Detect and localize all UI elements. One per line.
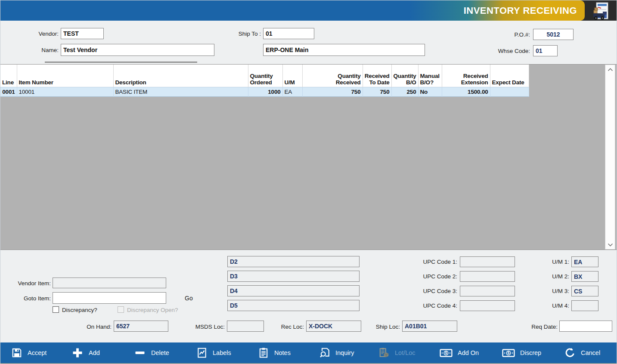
ship-loc-label: Ship Loc: <box>354 324 400 330</box>
toolbar-button-label: Discrep <box>520 349 541 356</box>
upc-code-1-label: UPC Code 1: <box>403 259 457 265</box>
cell-manual_bo[interactable]: No <box>418 87 442 96</box>
po-number-field[interactable]: 5012 <box>533 29 574 40</box>
description-field-d3: D3 <box>227 271 360 282</box>
vendor-item-field <box>53 278 166 288</box>
msds-loc-label: MSDS Loc: <box>179 324 225 330</box>
whse-code-field[interactable]: 01 <box>533 45 558 56</box>
column-header-expect_date[interactable]: Expect Date <box>490 65 529 87</box>
description-field-d5: D5 <box>227 300 360 311</box>
discrepancy-checkbox[interactable] <box>53 306 59 313</box>
cell-item_number[interactable]: 10001 <box>17 87 113 96</box>
column-header-item_number[interactable]: Item Number <box>17 65 113 87</box>
column-header-received_to_date[interactable]: Received To Date <box>363 65 391 87</box>
line-items-table: LineItem NumberDescriptionQuantity Order… <box>0 65 529 97</box>
goto-item-label: Goto Item: <box>5 295 51 302</box>
column-header-um[interactable]: U/M <box>282 65 302 87</box>
line-items-area: LineItem NumberDescriptionQuantity Order… <box>0 64 617 250</box>
discrep-button[interactable]: $Discrep <box>502 342 541 363</box>
toolbar-button-label: Add <box>89 349 100 356</box>
receiving-truck-icon <box>587 1 615 22</box>
labels-report-icon <box>196 347 208 358</box>
cell-um[interactable]: EA <box>282 87 302 96</box>
um-3-field-value: CS <box>574 288 582 295</box>
um-2-field: BX <box>571 271 598 282</box>
toolbar: AcceptAddDeleteLabelsNotesInquiryLot/Loc… <box>0 342 617 363</box>
go-button[interactable]: Go <box>185 295 193 302</box>
column-header-quantity_received[interactable]: Quantity Received <box>302 65 363 87</box>
chevron-down-icon <box>608 243 613 247</box>
ship-loc-field: A01B01 <box>402 321 457 332</box>
save-icon <box>11 347 22 358</box>
scroll-down-button[interactable] <box>605 240 615 249</box>
column-header-description[interactable]: Description <box>113 65 248 87</box>
ship-to-name-value: ERP-ONE Main <box>266 46 309 53</box>
toolbar-button-label: Accept <box>28 349 47 356</box>
description-field-d2: D2 <box>227 256 360 267</box>
vendor-field[interactable]: TEST <box>61 28 104 39</box>
ship-loc-value: A01B01 <box>405 323 427 330</box>
po-number-value: 5012 <box>546 31 560 38</box>
goto-item-field[interactable] <box>53 292 166 304</box>
page-title: INVENTORY RECEIVING <box>464 5 577 16</box>
on-hand-field: 6527 <box>114 321 168 332</box>
column-header-quantity_ordered[interactable]: Quantity Ordered <box>248 65 282 87</box>
discrepancy-label: Discrepancy? <box>62 307 97 313</box>
rec-loc-field: X-DOCK <box>306 321 361 332</box>
um-1-field-value: EA <box>574 259 582 265</box>
minus-icon <box>134 347 146 359</box>
upc-code-1-field <box>460 256 515 267</box>
column-header-received_extension[interactable]: Received Extension <box>442 65 490 87</box>
um-2-label: U/M 2: <box>533 273 569 280</box>
table-header-row: LineItem NumberDescriptionQuantity Order… <box>0 65 529 87</box>
ship-to-field[interactable]: 01 <box>263 28 314 39</box>
on-hand-value: 6527 <box>116 323 130 330</box>
add-button[interactable]: Add <box>71 342 100 363</box>
cell-expect_date[interactable] <box>490 87 529 96</box>
ship-to-value: 01 <box>266 30 273 37</box>
scroll-up-button[interactable] <box>605 65 615 74</box>
inquiry-button[interactable]: Inquiry <box>319 342 354 363</box>
column-header-quantity_bo[interactable]: Quantity B/O <box>391 65 418 87</box>
rec-loc-label: Rec Loc: <box>258 324 304 330</box>
table-row[interactable]: 000110001BASIC ITEM1000EA750750250No1500… <box>0 87 529 96</box>
vendor-name-field[interactable]: Test Vendor <box>61 44 214 56</box>
description-field-d4: D4 <box>227 285 360 296</box>
cell-quantity_ordered[interactable]: 1000 <box>248 87 282 96</box>
upc-code-2-label: UPC Code 2: <box>403 273 457 280</box>
ship-to-name-field[interactable]: ERP-ONE Main <box>263 44 425 56</box>
description-field-d2-value: D2 <box>230 258 238 265</box>
labels-button[interactable]: Labels <box>196 342 231 363</box>
toolbar-button-label: Add On <box>458 349 479 356</box>
req-date-label: Req Date: <box>511 324 558 330</box>
money-icon: $ <box>502 348 515 358</box>
header-divider <box>45 62 197 63</box>
notes-button[interactable]: Notes <box>258 342 291 363</box>
inventory-receiving-window: INVENTORY RECEIVING Vendor: TEST Ship To… <box>0 0 617 364</box>
toolbar-button-label: Notes <box>274 349 291 356</box>
accept-button[interactable]: Accept <box>11 342 47 363</box>
plus-icon <box>71 347 84 359</box>
name-label: Name: <box>13 47 59 53</box>
req-date-field[interactable] <box>559 321 612 332</box>
vertical-scrollbar[interactable] <box>605 65 615 250</box>
column-header-line[interactable]: Line <box>0 65 17 87</box>
cell-quantity_received[interactable]: 750 <box>302 87 363 96</box>
whse-code-value: 01 <box>536 47 543 54</box>
cell-received_to_date[interactable]: 750 <box>363 87 391 96</box>
delete-button[interactable]: Delete <box>134 342 169 363</box>
cell-quantity_bo[interactable]: 250 <box>391 87 418 96</box>
cancel-refresh-icon <box>564 347 576 358</box>
toolbar-button-label: Labels <box>213 349 231 356</box>
discrepancy-open-label: Discrepancy Open? <box>127 307 178 313</box>
vendor-value: TEST <box>63 30 79 37</box>
cell-description[interactable]: BASIC ITEM <box>113 87 248 96</box>
cancel-button[interactable]: Cancel <box>564 342 600 363</box>
cell-line[interactable]: 0001 <box>0 87 17 96</box>
cell-received_extension[interactable]: 1500.00 <box>442 87 490 96</box>
whse-code-label: Whse Code: <box>474 48 530 54</box>
column-header-manual_bo[interactable]: Manual B/O? <box>418 65 442 87</box>
um-1-field: EA <box>571 256 598 267</box>
add-on-button[interactable]: $Add On <box>440 342 479 363</box>
description-field-d3-value: D3 <box>230 273 238 280</box>
